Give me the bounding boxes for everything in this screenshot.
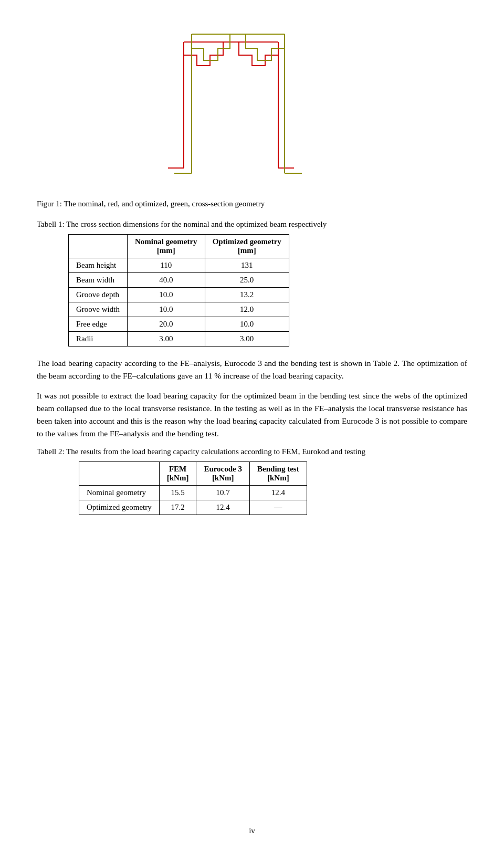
- table1: Nominal geometry [mm] Optimized geometry…: [68, 234, 289, 347]
- table1-row-label: Free edge: [69, 317, 128, 332]
- table-row: Groove depth 10.0 13.2: [69, 288, 289, 302]
- table2-row-label: Optimized geometry: [79, 500, 160, 515]
- table2-col3-header: Eurocode 3 [kNm]: [196, 462, 250, 486]
- table2-row-fem: 15.5: [159, 486, 196, 500]
- table1-row-optimized: 25.0: [205, 273, 289, 288]
- table2-container: FEM [kNm] Eurocode 3 [kNm] Bending test …: [79, 461, 467, 515]
- page: Figur 1: The nominal, red, and optimized…: [0, 0, 504, 850]
- table1-row-optimized: 13.2: [205, 288, 289, 302]
- table-row: Optimized geometry 17.2 12.4 —: [79, 500, 307, 515]
- cross-section-figure: [142, 26, 362, 189]
- table2-row-eurocode: 12.4: [196, 500, 250, 515]
- table-row: Beam height 110 131: [69, 258, 289, 273]
- table1-row-optimized: 10.0: [205, 317, 289, 332]
- table1-col2-header: Nominal geometry [mm]: [127, 235, 205, 258]
- table1-col1-header: [69, 235, 128, 258]
- table2-row-fem: 17.2: [159, 500, 196, 515]
- table1-row-nominal: 40.0: [127, 273, 205, 288]
- table-row: Free edge 20.0 10.0: [69, 317, 289, 332]
- table2-row-bending: —: [250, 500, 307, 515]
- table2-col4-header: Bending test [kNm]: [250, 462, 307, 486]
- table1-row-optimized: 3.00: [205, 332, 289, 347]
- figure-area: [37, 21, 467, 189]
- table1-row-label: Beam width: [69, 273, 128, 288]
- table2-col1-header: [79, 462, 160, 486]
- table1-caption: Tabell 1: The cross section dimensions f…: [37, 220, 467, 229]
- figure-caption: Figur 1: The nominal, red, and optimized…: [37, 200, 467, 208]
- paragraph-1: The load bearing capacity according to t…: [37, 357, 467, 382]
- table1-row-optimized: 131: [205, 258, 289, 273]
- table2-row-label: Nominal geometry: [79, 486, 160, 500]
- paragraph-2: It was not possible to extract the load …: [37, 390, 467, 440]
- table1-row-label: Groove depth: [69, 288, 128, 302]
- table2: FEM [kNm] Eurocode 3 [kNm] Bending test …: [79, 461, 307, 515]
- table2-row-bending: 12.4: [250, 486, 307, 500]
- table2-col2-header: FEM [kNm]: [159, 462, 196, 486]
- table1-row-nominal: 3.00: [127, 332, 205, 347]
- table1-row-optimized: 12.0: [205, 302, 289, 317]
- table2-row-eurocode: 10.7: [196, 486, 250, 500]
- table1-row-label: Radii: [69, 332, 128, 347]
- table1-container: Nominal geometry [mm] Optimized geometry…: [68, 234, 467, 347]
- table1-row-nominal: 110: [127, 258, 205, 273]
- table1-row-nominal: 10.0: [127, 288, 205, 302]
- page-number: iv: [0, 826, 504, 835]
- table1-row-nominal: 10.0: [127, 302, 205, 317]
- table-row: Radii 3.00 3.00: [69, 332, 289, 347]
- table-row: Groove width 10.0 12.0: [69, 302, 289, 317]
- table1-row-label: Beam height: [69, 258, 128, 273]
- table2-caption: Tabell 2: The results from the load bear…: [37, 447, 467, 456]
- table1-row-nominal: 20.0: [127, 317, 205, 332]
- table-row: Beam width 40.0 25.0: [69, 273, 289, 288]
- table-row: Nominal geometry 15.5 10.7 12.4: [79, 486, 307, 500]
- table1-row-label: Groove width: [69, 302, 128, 317]
- table1-col3-header: Optimized geometry [mm]: [205, 235, 289, 258]
